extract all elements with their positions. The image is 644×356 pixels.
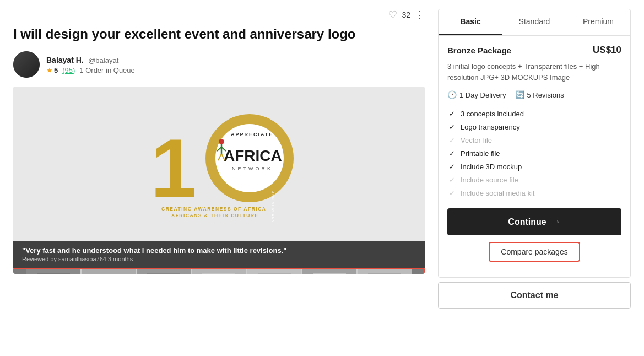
review-meta: Reviewed by samanthasiba764 3 months <box>22 256 416 262</box>
svg-rect-29 <box>368 273 401 274</box>
package-tabs: Basic Standard Premium <box>439 9 630 36</box>
like-count: 32 <box>402 10 410 19</box>
check-icon-2: ✓ <box>447 122 456 131</box>
feature-label-2: Logo transparency <box>461 123 520 131</box>
feature-printable: ✓ Printable file <box>447 147 621 160</box>
seller-details: Balayat H. @balayat ★ 5 (95) 1 Order in … <box>46 55 135 74</box>
thumb-list: JMAINS 20 55 10AFRICA ■ 10 10 <box>26 269 412 274</box>
refresh-icon: 🔄 <box>515 90 524 99</box>
thumb-7[interactable]: fulyp <box>358 269 412 274</box>
feature-label-1: 3 concepts included <box>461 110 524 118</box>
svg-text:AFRICA: AFRICA <box>224 147 282 164</box>
star-rating: ★ 5 <box>46 66 58 74</box>
delivery-time: 🕐 1 Day Delivery <box>447 90 506 99</box>
features-list: ✓ 3 concepts included ✓ Logo transparenc… <box>447 107 621 199</box>
svg-rect-21 <box>202 273 235 274</box>
package-card: Basic Standard Premium Bronze Package US… <box>438 9 631 278</box>
svg-text:NETWORK: NETWORK <box>232 166 273 171</box>
share-icon: ⋮ <box>415 9 425 20</box>
avatar <box>13 51 40 78</box>
main-image-area: 1 APPRECIATE AFRICA NETWORK <box>13 87 425 274</box>
svg-text:1: 1 <box>150 122 196 214</box>
svg-text:ANNIVERSARY: ANNIVERSARY <box>271 191 275 223</box>
svg-text:CREATING AWARENESS OF AFRICA: CREATING AWARENESS OF AFRICA <box>161 206 266 212</box>
package-header: Bronze Package US$10 <box>447 45 621 56</box>
review-count[interactable]: (95) <box>62 66 75 74</box>
feature-3d-mockup: ✓ Include 3D mockup <box>447 160 621 173</box>
heart-icon: ♡ <box>388 9 397 20</box>
check-icon-4: ✓ <box>447 149 456 158</box>
check-icon-6: ✓ <box>447 175 456 184</box>
svg-text:AFRICANS & THEIR CULTURE: AFRICANS & THEIR CULTURE <box>171 213 259 218</box>
feature-label-7: Include social media kit <box>461 189 534 197</box>
next-thumb-button[interactable]: › <box>412 269 424 274</box>
rating-value: 5 <box>54 66 58 74</box>
package-body: Bronze Package US$10 3 initial logo conc… <box>439 36 630 277</box>
feature-transparency: ✓ Logo transparency <box>447 120 621 133</box>
svg-rect-15 <box>37 273 70 274</box>
package-price: US$10 <box>593 45 621 56</box>
tab-premium[interactable]: Premium <box>566 9 630 35</box>
feature-vector: ✓ Vector file <box>447 133 621 147</box>
package-name: Bronze Package <box>447 46 511 55</box>
seller-name: Balayat H. <box>46 56 84 64</box>
review-banner: "Very fast and he understood what I need… <box>13 241 425 268</box>
feature-label-4: Printable file <box>461 149 500 158</box>
feature-source-file: ✓ Include source file <box>447 173 621 186</box>
feature-label-3: Vector file <box>461 136 492 144</box>
check-icon-5: ✓ <box>447 162 456 171</box>
top-actions: ♡ 32 ⋮ <box>13 9 425 21</box>
star-icon: ★ <box>46 66 53 74</box>
feature-label-6: Include source file <box>461 176 518 184</box>
package-description: 3 initial logo concepts + Transparent fi… <box>447 61 621 83</box>
delivery-row: 🕐 1 Day Delivery 🔄 5 Revisions <box>447 90 621 99</box>
thumb-3[interactable]: 55 <box>137 269 191 274</box>
seller-info: Balayat H. @balayat ★ 5 (95) 1 Order in … <box>13 51 425 78</box>
arrow-icon: → <box>551 216 561 228</box>
svg-rect-27 <box>313 273 346 274</box>
share-button[interactable]: ⋮ <box>415 9 425 21</box>
feature-label-5: Include 3D mockup <box>461 163 522 171</box>
right-column: Basic Standard Premium Bronze Package US… <box>438 9 631 309</box>
continue-label: Continue <box>508 217 546 227</box>
thumb-4[interactable]: 10AFRICA <box>192 269 246 274</box>
left-column: ♡ 32 ⋮ I will design your excellent even… <box>13 9 425 309</box>
revisions-label: 5 Revisions <box>527 91 564 99</box>
delivery-label: 1 Day Delivery <box>459 91 506 99</box>
tab-basic[interactable]: Basic <box>439 9 502 35</box>
thumb-1[interactable]: JMAINS <box>26 269 80 274</box>
thumbnails-row: ‹ JMAINS 20 55 10AFRICA ■ 10 <box>13 268 425 274</box>
svg-point-6 <box>219 139 224 144</box>
heart-button[interactable]: ♡ <box>388 9 397 21</box>
gig-title: I will design your excellent event and a… <box>13 25 425 42</box>
feature-concepts: ✓ 3 concepts included <box>447 107 621 120</box>
check-icon-3: ✓ <box>447 136 456 144</box>
thumb-5[interactable]: ■ 10 <box>247 269 301 274</box>
feature-social-media: ✓ Include social media kit <box>447 186 621 199</box>
svg-text:APPRECIATE: APPRECIATE <box>231 132 273 137</box>
seller-meta: ★ 5 (95) 1 Order in Queue <box>46 66 135 74</box>
queue-status: 1 Order in Queue <box>79 66 134 74</box>
thumb-2[interactable]: 20 <box>82 269 136 274</box>
revisions: 🔄 5 Revisions <box>515 90 564 99</box>
review-quote: "Very fast and he understood what I need… <box>22 246 416 255</box>
seller-handle: @balayat <box>88 56 118 64</box>
check-icon-7: ✓ <box>447 188 456 197</box>
compare-packages-button[interactable]: Compare packages <box>489 242 580 262</box>
check-icon-1: ✓ <box>447 109 456 118</box>
contact-button[interactable]: Contact me <box>438 282 631 309</box>
svg-rect-17 <box>92 273 125 274</box>
thumb-6[interactable]: 10 <box>302 269 356 274</box>
tab-standard[interactable]: Standard <box>502 9 566 35</box>
svg-rect-19 <box>147 273 180 274</box>
portfolio-image: 1 APPRECIATE AFRICA NETWORK <box>13 87 425 241</box>
svg-rect-24 <box>258 273 291 274</box>
prev-thumb-button[interactable]: ‹ <box>14 269 26 274</box>
continue-button[interactable]: Continue → <box>447 208 621 235</box>
clock-icon: 🕐 <box>447 90 457 99</box>
